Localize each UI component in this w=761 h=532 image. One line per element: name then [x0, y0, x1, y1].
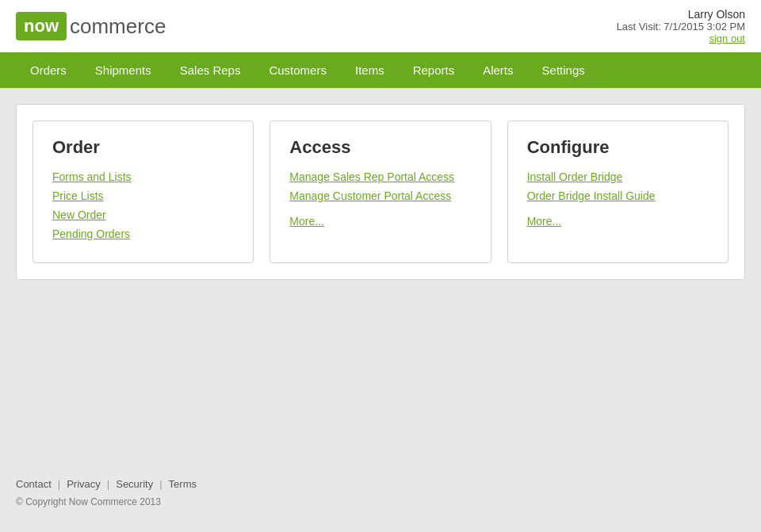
footer-links: Contact|Privacy|Security|Terms [0, 469, 761, 493]
nav-link-alerts[interactable]: Alerts [468, 52, 527, 88]
footer-separator: | [107, 478, 109, 490]
card-link-order-bridge-guide[interactable]: Order Bridge Install Guide [527, 189, 709, 202]
nav-link-sales-reps[interactable]: Sales Reps [166, 52, 255, 88]
logo: now commerce [16, 12, 166, 40]
card-title: Order [52, 137, 234, 158]
nav-link-shipments[interactable]: Shipments [81, 52, 166, 88]
nav-item-sales-reps: Sales Reps [166, 52, 255, 88]
nav-item-shipments: Shipments [81, 52, 166, 88]
footer-link-security[interactable]: Security [116, 478, 153, 490]
card-configure: ConfigureInstall Order BridgeOrder Bridg… [507, 121, 728, 263]
card-more-link[interactable]: More... [527, 215, 709, 228]
card-title: Access [289, 137, 471, 158]
sign-out-link[interactable]: sign out [709, 33, 745, 44]
footer-link-terms[interactable]: Terms [169, 478, 197, 490]
main-nav: OrdersShipmentsSales RepsCustomersItemsR… [0, 52, 761, 88]
nav-link-settings[interactable]: Settings [528, 52, 599, 88]
nav-item-reports: Reports [399, 52, 469, 88]
logo-box: now [16, 12, 67, 40]
logo-text: commerce [70, 14, 166, 39]
card-more-link[interactable]: More... [289, 215, 471, 228]
nav-item-alerts: Alerts [468, 52, 527, 88]
footer-separator: | [159, 478, 162, 490]
nav-link-reports[interactable]: Reports [399, 52, 469, 88]
main-content: OrderForms and ListsPrice ListsNew Order… [0, 88, 761, 469]
nav-item-settings: Settings [528, 52, 599, 88]
last-visit: Last Visit: 7/1/2015 3:02 PM [617, 21, 745, 33]
card-link-manage-customer[interactable]: Manage Customer Portal Access [289, 189, 471, 202]
nav-item-customers: Customers [254, 52, 341, 88]
card-link-price-lists[interactable]: Price Lists [52, 189, 234, 202]
footer-copyright: © Copyright Now Commerce 2013 [0, 493, 761, 520]
nav-link-orders[interactable]: Orders [16, 52, 81, 88]
card-link-install-order-bridge[interactable]: Install Order Bridge [527, 170, 709, 183]
footer-separator: | [58, 478, 60, 490]
user-name: Larry Olson [617, 8, 745, 21]
cards-container: OrderForms and ListsPrice ListsNew Order… [16, 104, 745, 280]
nav-link-customers[interactable]: Customers [254, 52, 341, 88]
user-info: Larry Olson Last Visit: 7/1/2015 3:02 PM… [617, 8, 745, 44]
card-order: OrderForms and ListsPrice ListsNew Order… [33, 121, 254, 263]
card-title: Configure [527, 137, 709, 158]
card-link-manage-sales-rep[interactable]: Manage Sales Rep Portal Access [289, 170, 471, 183]
header: now commerce Larry Olson Last Visit: 7/1… [0, 0, 761, 52]
card-access: AccessManage Sales Rep Portal AccessMana… [270, 121, 491, 263]
card-link-new-order[interactable]: New Order [52, 209, 234, 221]
footer-link-privacy[interactable]: Privacy [67, 478, 101, 490]
nav-link-items[interactable]: Items [341, 52, 399, 88]
footer-link-contact[interactable]: Contact [16, 478, 52, 490]
nav-item-items: Items [341, 52, 399, 88]
nav-item-orders: Orders [16, 52, 81, 88]
card-link-pending-orders[interactable]: Pending Orders [52, 228, 234, 240]
card-link-forms-and-lists[interactable]: Forms and Lists [52, 170, 234, 183]
